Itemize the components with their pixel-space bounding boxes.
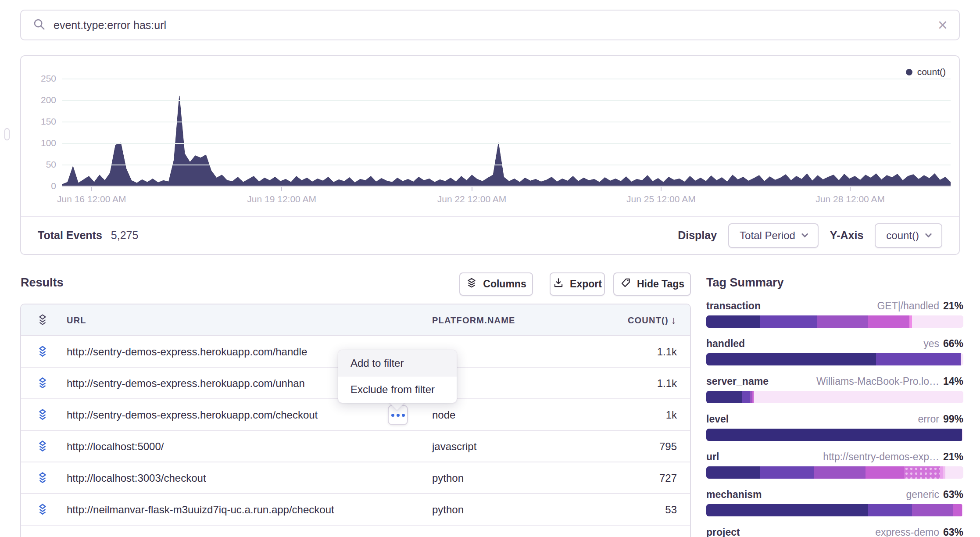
y-axis-tick-label: 150 — [21, 116, 56, 127]
url-cell[interactable]: http://localhost:5000/ — [67, 431, 164, 462]
search-bar[interactable]: event.type:error has:url × — [20, 10, 960, 40]
yaxis-dropdown-value: count() — [886, 229, 919, 242]
tag-distribution-bar[interactable] — [706, 504, 963, 516]
stack-icon — [37, 345, 48, 360]
table-header: URL PLATFORM.NAME COUNT() ↓ — [21, 304, 690, 336]
tag-entry: url http://sentry-demos-exp… 21% — [706, 451, 963, 479]
tag-name: level — [706, 413, 729, 425]
tag-top-value: Williams-MacBook-Pro.lo… — [816, 376, 939, 387]
count-cell[interactable]: 1.1k — [657, 336, 677, 368]
tag-percent: 21% — [943, 300, 963, 312]
url-cell[interactable]: http://sentry-demos-express.herokuapp.co… — [67, 399, 318, 431]
tag-bar-segment[interactable] — [945, 466, 963, 479]
search-input[interactable]: event.type:error has:url — [54, 19, 166, 32]
tag-icon — [620, 277, 631, 291]
column-header-platform[interactable]: PLATFORM.NAME — [432, 304, 515, 336]
tag-bar-segment[interactable] — [706, 429, 962, 441]
area-chart — [62, 75, 951, 186]
tag-bar-segment[interactable] — [706, 315, 760, 328]
table-row[interactable]: http://sentry-demos-express.herokuapp.co… — [21, 399, 690, 431]
tag-distribution-bar[interactable] — [706, 466, 963, 479]
download-icon — [553, 277, 564, 291]
menu-item-exclude-from-filter[interactable]: Exclude from filter — [338, 376, 457, 403]
tag-bar-segment[interactable] — [706, 353, 876, 365]
count-cell[interactable]: 795 — [659, 431, 677, 462]
url-cell[interactable]: http://sentry-demos-express.herokuapp.co… — [67, 336, 307, 368]
count-cell[interactable]: 1k — [666, 399, 677, 431]
tag-bar-segment[interactable] — [912, 504, 953, 516]
stack-icon — [37, 472, 48, 487]
table-row[interactable]: http://localhost:3003/checkout python 72… — [21, 462, 690, 494]
x-axis-tick-mark — [281, 187, 282, 191]
tag-bar-segment[interactable] — [868, 315, 909, 328]
tag-distribution-bar[interactable] — [706, 353, 963, 365]
tag-bar-segment[interactable] — [962, 429, 963, 441]
tag-bar-segment[interactable] — [817, 315, 868, 328]
stack-icon — [37, 503, 48, 518]
display-label: Display — [678, 229, 717, 242]
column-header-count[interactable]: COUNT() ↓ — [628, 304, 677, 336]
tag-percent: 66% — [943, 338, 963, 350]
platform-cell[interactable]: python — [432, 494, 464, 526]
export-button[interactable]: Export — [550, 272, 605, 296]
x-axis-tick-label: Jun 25 12:00 AM — [600, 194, 722, 204]
x-axis-tick-mark — [472, 187, 472, 191]
sidebar-resize-handle[interactable] — [4, 128, 10, 140]
total-events-value: 5,275 — [111, 229, 139, 242]
tag-entry: transaction GET|/handled 21% — [706, 300, 963, 328]
stack-column-icon[interactable] — [37, 304, 48, 336]
chart-plot[interactable] — [62, 75, 951, 186]
tag-bar-segment[interactable] — [912, 315, 963, 328]
menu-item-add-to-filter[interactable]: Add to filter — [338, 350, 457, 376]
count-cell[interactable]: 727 — [659, 462, 677, 494]
tag-bar-segment[interactable] — [706, 466, 760, 479]
url-cell[interactable]: http://localhost:3003/checkout — [67, 462, 206, 494]
tag-bar-segment[interactable] — [760, 466, 814, 479]
yaxis-dropdown[interactable]: count() — [875, 223, 942, 248]
tag-bar-segment[interactable] — [962, 504, 963, 516]
tag-bar-segment[interactable] — [866, 466, 904, 479]
tag-bar-segment[interactable] — [904, 466, 940, 479]
tag-bar-segment[interactable] — [754, 391, 963, 403]
tag-bar-segment[interactable] — [953, 504, 962, 516]
table-row[interactable]: http://neilmanvar-flask-m3uuizd7iq-uc.a.… — [21, 494, 690, 526]
url-cell[interactable]: http://neilmanvar-flask-m3uuizd7iq-uc.a.… — [67, 494, 334, 526]
platform-cell[interactable]: javascript — [432, 431, 476, 462]
x-axis-tick-mark — [661, 187, 662, 191]
tag-distribution-bar[interactable] — [706, 391, 963, 403]
tag-summary-title: Tag Summary — [706, 276, 963, 290]
tag-distribution-bar[interactable] — [706, 315, 963, 328]
tag-percent: 63% — [943, 489, 963, 501]
tag-bar-segment[interactable] — [706, 391, 742, 403]
tag-top-value: generic — [906, 489, 939, 501]
platform-cell[interactable]: python — [432, 462, 464, 494]
x-axis-tick-mark — [91, 187, 92, 191]
tag-bar-segment[interactable] — [760, 315, 817, 328]
display-dropdown[interactable]: Total Period — [728, 223, 819, 248]
tag-bar-segment[interactable] — [814, 466, 866, 479]
count-cell[interactable]: 53 — [665, 494, 677, 526]
gridline — [62, 165, 951, 165]
tag-bar-segment[interactable] — [876, 353, 961, 365]
tag-top-value: yes — [923, 338, 939, 350]
columns-button[interactable]: Columns — [459, 272, 533, 296]
hide-tags-button[interactable]: Hide Tags — [613, 272, 691, 296]
tag-bar-segment[interactable] — [742, 391, 750, 403]
stack-icon — [37, 440, 48, 455]
table-row[interactable]: http://localhost:5000/ javascript 795 — [21, 431, 690, 462]
tag-percent: 14% — [943, 376, 963, 387]
platform-cell[interactable]: node — [432, 399, 455, 431]
tag-bar-segment[interactable] — [706, 504, 868, 516]
tag-name: handled — [706, 338, 745, 350]
x-axis-tick-label: Jun 16 12:00 AM — [30, 194, 153, 204]
column-header-url[interactable]: URL — [67, 304, 86, 336]
close-icon[interactable]: × — [938, 17, 948, 33]
url-cell[interactable]: http://sentry-demos-express.herokuapp.co… — [67, 368, 305, 399]
yaxis-label: Y-Axis — [830, 229, 863, 242]
results-title: Results — [21, 276, 64, 290]
tag-distribution-bar[interactable] — [706, 429, 963, 441]
export-button-label: Export — [570, 278, 602, 290]
tag-bar-segment[interactable] — [961, 353, 963, 365]
tag-bar-segment[interactable] — [868, 504, 912, 516]
count-cell[interactable]: 1.1k — [657, 368, 677, 399]
